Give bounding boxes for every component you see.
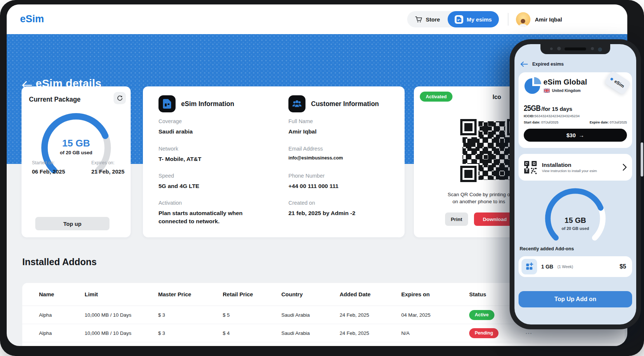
field-label: Network: [158, 146, 201, 152]
expires-on-value: 21 Feb, 2025: [91, 168, 124, 175]
gauge-progress-arc: [548, 191, 603, 238]
store-label: Store: [426, 16, 440, 23]
field-value: T- Mobile, AT&T: [158, 155, 201, 163]
started-on-value: 06 Feb, 2025: [32, 168, 65, 175]
field-phone: Phone Number +44 00 111 000 111: [288, 173, 339, 190]
customer-info-title: Customer Information: [311, 100, 379, 108]
field-value: Saudi arabia: [158, 128, 193, 136]
expires-on-block: Expires on: 21 Feb, 2025: [91, 160, 124, 175]
cell-country: Saudi Arabia: [281, 312, 340, 318]
gauge-used-value: 15 GB: [514, 216, 636, 225]
chevron-right-icon: [622, 164, 627, 171]
addon-price: $5: [620, 263, 626, 270]
nav-toggle-group: Store My esims: [407, 11, 499, 27]
cell-limit: 10,000 MB / 10 Days: [85, 312, 158, 318]
start-date: Start date: 07/Jul/2025: [524, 121, 559, 124]
my-esims-button[interactable]: My esims: [448, 11, 499, 27]
installation-subtitle: View Instruction to install your esim: [542, 169, 597, 173]
col-limit: Limit: [85, 291, 158, 297]
cell-name: Alpha: [39, 312, 85, 318]
info-card: eSim Information Coverage Saudi arabia N…: [143, 86, 405, 237]
phone-page-header: Expired esims: [520, 61, 564, 67]
user-avatar[interactable]: [516, 12, 530, 27]
recent-addons-heading: Recently added Add-ons: [520, 246, 574, 251]
field-label: Phone Number: [288, 173, 339, 179]
addon-size: 1 GB: [541, 264, 553, 270]
field-value: Amir Iqbal: [288, 128, 317, 136]
field-speed: Speed 5G and 4G LTE: [158, 173, 199, 190]
gauge-total-label: of 20 GB used: [22, 150, 131, 155]
phone-page-title: Expired esims: [532, 62, 564, 67]
field-value: +44 00 111 000 111: [288, 182, 339, 190]
phone-speaker: [565, 47, 586, 50]
status-badge: Pending: [469, 328, 498, 338]
field-label: Email Address: [288, 146, 343, 152]
plan-price: $30: [566, 132, 576, 138]
expire-date-value: 07/Jul/2025: [609, 121, 627, 124]
tag-label: eSim: [614, 79, 625, 89]
field-label: Coverage: [158, 118, 193, 124]
gauge-used-value: 15 GB: [22, 138, 131, 149]
cell-name: Alpha: [39, 330, 85, 336]
col-retail-price: Retail Price: [223, 291, 281, 297]
field-label: Full Name: [288, 118, 317, 124]
nav-divider: [508, 13, 509, 26]
back-arrow-icon[interactable]: [520, 61, 528, 67]
field-full-name: Full Name Amir Iqbal: [288, 118, 317, 136]
plan-volume-value: 25GB: [524, 103, 540, 113]
field-created-on: Created on 21 feb, 2025 by Admin -2: [288, 200, 355, 217]
field-label: Activation: [158, 200, 251, 206]
cell-added-date: 24 Feb, 2025: [340, 312, 401, 318]
store-button[interactable]: Store: [407, 16, 448, 23]
iccid-value: 56343243242342343245234: [535, 114, 580, 118]
app-logo[interactable]: eSim: [20, 13, 44, 25]
esim-info-title: eSim Information: [181, 100, 234, 108]
iccid-label: ICCID:: [524, 114, 535, 118]
uk-flag-icon: [544, 89, 550, 93]
plan-volume-period: /for 15 days: [541, 106, 572, 112]
phone-usage-gauge: 15 GB of 20 GB used: [514, 184, 636, 245]
status-badge: Active: [469, 310, 494, 320]
refresh-icon: [117, 95, 123, 102]
top-navbar: eSim Store My esims: [7, 4, 627, 34]
expires-on-label: Expires on:: [91, 160, 124, 165]
user-name: Amir Iqbal: [535, 16, 562, 23]
started-on-label: Started on:: [32, 160, 65, 165]
esim-info-header: eSim Information: [158, 95, 234, 112]
cell-master-price: $ 3: [158, 330, 223, 336]
my-esims-label: My esims: [467, 16, 492, 23]
plan-price-button[interactable]: $30→: [524, 129, 627, 142]
sim-card-icon: [455, 15, 463, 24]
phone-side-button: [641, 142, 643, 177]
addon-row[interactable]: 1 GB (1 Week) $5: [519, 256, 632, 277]
field-label: Speed: [158, 173, 199, 179]
installation-title: Installation: [542, 162, 597, 168]
cell-master-price: $ 3: [158, 312, 223, 318]
cell-expires-on: 04 Mar, 2025: [401, 312, 469, 318]
phone-mockup: Expired esims eSim Global United Kingdom…: [510, 39, 641, 329]
cell-expires-on: N/A: [401, 330, 469, 336]
navbar-right: Store My esims Amir Iqbal: [407, 11, 562, 27]
cell-retail-price: $ 4: [223, 330, 281, 336]
field-email: Email Address info@esimbusiness.com: [288, 146, 343, 162]
installed-addons-heading: Installed Addons: [22, 257, 97, 267]
refresh-button[interactable]: [114, 92, 126, 104]
top-up-addon-button[interactable]: Top Up Add on: [519, 291, 632, 307]
field-label: Created on: [288, 200, 355, 206]
top-up-button[interactable]: Top up: [35, 217, 109, 230]
arrow-right-icon: →: [579, 132, 584, 138]
installation-card[interactable]: Installation View Instruction to install…: [519, 154, 632, 181]
cell-retail-price: $ 5: [223, 312, 281, 318]
field-coverage: Coverage Saudi arabia: [158, 118, 193, 136]
qr-code-icon: [523, 160, 538, 175]
esim-plan-card[interactable]: eSim Global United Kingdom eSim 25GB/for…: [519, 72, 632, 148]
col-added-date: Added Date: [340, 291, 401, 297]
col-master-price: Master Price: [158, 291, 223, 297]
field-network: Network T- Mobile, AT&T: [158, 146, 201, 163]
row-menu-icon[interactable]: ⋯: [525, 329, 625, 337]
field-value: 5G and 4G LTE: [158, 182, 199, 190]
print-button[interactable]: Print: [445, 212, 468, 226]
tag-dot-icon: [610, 77, 614, 81]
plan-volume: 25GB/for 15 days: [524, 103, 572, 113]
activated-badge: Activated: [420, 92, 452, 102]
